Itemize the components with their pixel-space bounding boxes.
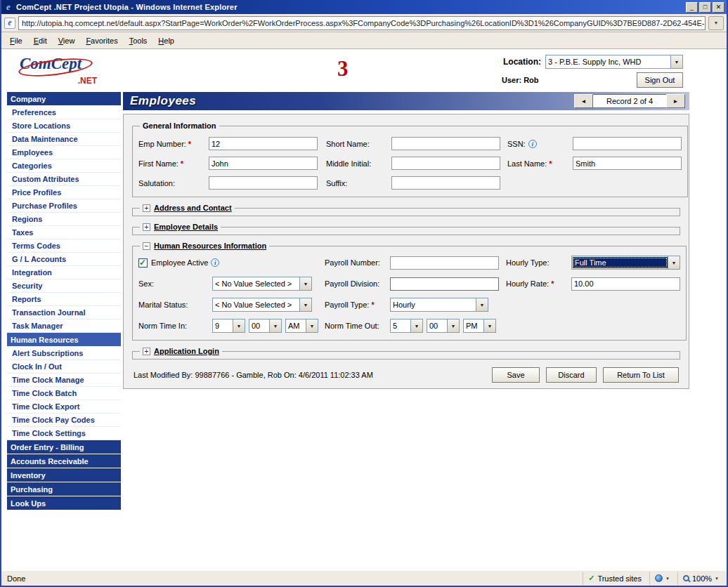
sidebar-section-human-resources[interactable]: Human Resources	[7, 333, 121, 347]
section-label[interactable]: Employee Details	[154, 223, 218, 231]
time-out-ampm-select[interactable]: PM ▼	[463, 319, 496, 333]
sidebar-item-alert-subscriptions[interactable]: Alert Subscriptions	[7, 347, 121, 360]
dropdown-arrow-icon[interactable]: ▼	[306, 319, 318, 332]
sidebar-section-purchasing[interactable]: Purchasing	[7, 482, 121, 496]
menu-help[interactable]: Help	[152, 34, 180, 48]
sidebar-item-data-maintenance[interactable]: Data Maintenance	[7, 133, 121, 146]
sidebar-section-order-entry-billing[interactable]: Order Entry - Billing	[7, 440, 121, 454]
sidebar-item-task-manager[interactable]: Task Manager	[7, 319, 121, 333]
emp-number-input[interactable]	[209, 137, 318, 150]
mode-indicator[interactable]: ▼	[649, 572, 675, 585]
menu-file[interactable]: File	[4, 34, 28, 48]
maximize-button[interactable]: □	[699, 2, 711, 13]
info-icon[interactable]: i	[211, 258, 219, 267]
sex-select[interactable]: < No Value Selected > ▼	[212, 277, 312, 291]
sidebar-item-custom-attributes[interactable]: Custom Attributes	[7, 173, 121, 186]
menu-edit[interactable]: Edit	[28, 34, 53, 48]
suffix-input[interactable]	[391, 176, 500, 190]
sidebar-item-price-profiles[interactable]: Price Profiles	[7, 186, 121, 199]
sidebar-item-time-clock-manage[interactable]: Time Clock Manage	[7, 374, 121, 387]
section-label[interactable]: Application Login	[154, 347, 219, 355]
sidebar-section-inventory[interactable]: Inventory	[7, 468, 121, 482]
dropdown-arrow-icon[interactable]: ▼	[269, 319, 281, 332]
collapse-icon[interactable]: −	[143, 242, 150, 250]
expand-icon[interactable]: +	[143, 204, 150, 212]
first-name-input[interactable]	[209, 157, 318, 170]
sidebar-section-look-ups[interactable]: Look Ups	[7, 496, 121, 510]
sidebar-item-reports[interactable]: Reports	[7, 293, 121, 306]
sidebar-item-clock-in-out[interactable]: Clock In / Out	[7, 360, 121, 374]
url-input[interactable]: http://utopia.hq.comcept.net/default.asp…	[18, 16, 706, 30]
sidebar-item-time-clock-pay-codes[interactable]: Time Clock Pay Codes	[7, 414, 121, 427]
sidebar-item-transaction-journal[interactable]: Transaction Journal	[7, 306, 121, 319]
short-name-input[interactable]	[391, 137, 500, 150]
payroll-division-input[interactable]	[390, 277, 499, 291]
dropdown-arrow-icon[interactable]: ▼	[299, 277, 311, 290]
time-out-hour-select[interactable]: 5 ▼	[390, 319, 423, 333]
sign-out-button[interactable]: Sign Out	[637, 72, 683, 88]
dropdown-arrow-icon[interactable]: ▼	[670, 55, 682, 68]
menu-tools[interactable]: Tools	[124, 34, 153, 48]
save-button[interactable]: Save	[492, 367, 540, 383]
dropdown-arrow-icon[interactable]: ▼	[483, 319, 495, 332]
ssn-input[interactable]	[573, 137, 682, 150]
return-to-list-button[interactable]: Return To List	[603, 367, 679, 383]
sidebar-section-accounts-receivable[interactable]: Accounts Receivable	[7, 454, 121, 468]
section-label[interactable]: Human Resources Information	[154, 242, 266, 250]
next-record-button[interactable]: ►	[666, 94, 685, 108]
sidebar-item-gl-accounts[interactable]: G / L Accounts	[7, 253, 121, 266]
expand-icon[interactable]: +	[143, 223, 150, 231]
sidebar-item-store-locations[interactable]: Store Locations	[7, 119, 121, 133]
dropdown-arrow-icon[interactable]: ▼	[299, 298, 311, 311]
time-in-minute-select[interactable]: 00 ▼	[249, 319, 282, 333]
sidebar-section-company[interactable]: Company	[7, 92, 121, 106]
payroll-type-value: Hourly	[391, 298, 476, 311]
sidebar-item-time-clock-export[interactable]: Time Clock Export	[7, 400, 121, 414]
dropdown-arrow-icon[interactable]: ▼	[410, 319, 422, 332]
hourly-rate-input[interactable]	[571, 277, 680, 291]
dropdown-arrow-icon[interactable]: ▼	[476, 298, 488, 311]
section-label[interactable]: Address and Contact	[154, 204, 232, 212]
close-button[interactable]: ✕	[713, 2, 724, 13]
emp-number-label: Emp Number:*	[138, 140, 209, 148]
previous-record-button[interactable]: ◄	[574, 94, 593, 108]
salutation-label: Salutation:	[138, 179, 209, 187]
security-zone-indicator[interactable]: ✓ Trusted sites	[583, 572, 646, 585]
menu-view[interactable]: View	[53, 34, 81, 48]
dropdown-arrow-icon[interactable]: ▼	[668, 256, 680, 269]
sidebar-item-regions[interactable]: Regions	[7, 213, 121, 226]
sidebar-item-preferences[interactable]: Preferences	[7, 106, 121, 119]
hourly-type-select[interactable]: Full Time ▼	[571, 256, 680, 270]
middle-initial-input[interactable]	[391, 157, 500, 170]
employee-active-checkbox[interactable]: ✓	[138, 258, 148, 268]
sidebar-item-employees[interactable]: Employees	[7, 146, 121, 159]
dropdown-arrow-icon[interactable]: ▼	[447, 319, 459, 332]
sidebar-item-taxes[interactable]: Taxes	[7, 226, 121, 239]
ssn-label: SSN:i	[507, 140, 573, 148]
dropdown-arrow-icon[interactable]: ▼	[233, 319, 245, 332]
sidebar-item-purchase-profiles[interactable]: Purchase Profiles	[7, 199, 121, 213]
location-select[interactable]: 3 - P.B.E. Supply Inc, WHD ▼	[545, 55, 683, 69]
minimize-button[interactable]: _	[686, 2, 698, 13]
sidebar-item-categories[interactable]: Categories	[7, 159, 121, 173]
sidebar-item-security[interactable]: Security	[7, 279, 121, 293]
time-out-minute-select[interactable]: 00 ▼	[427, 319, 460, 333]
menu-favorites[interactable]: Favorites	[80, 34, 123, 48]
address-dropdown-button[interactable]: ▼	[708, 16, 724, 30]
time-in-ampm-select[interactable]: AM ▼	[285, 319, 318, 333]
expand-icon[interactable]: +	[143, 348, 150, 355]
payroll-number-input[interactable]	[390, 256, 499, 270]
zoom-control[interactable]: 100% ▼	[677, 572, 724, 585]
last-name-input[interactable]	[573, 157, 682, 170]
info-icon[interactable]: i	[528, 140, 537, 148]
sidebar-item-integration[interactable]: Integration	[7, 266, 121, 279]
marital-status-select[interactable]: < No Value Selected > ▼	[212, 298, 312, 312]
window-titlebar[interactable]: e ComCept .NET Project Utopia - Windows …	[1, 0, 727, 14]
sidebar-item-time-clock-batch[interactable]: Time Clock Batch	[7, 387, 121, 400]
salutation-input[interactable]	[209, 176, 318, 190]
discard-button[interactable]: Discard	[546, 367, 597, 383]
time-in-hour-select[interactable]: 9 ▼	[212, 319, 245, 333]
sidebar-item-terms-codes[interactable]: Terms Codes	[7, 239, 121, 253]
sidebar-item-time-clock-settings[interactable]: Time Clock Settings	[7, 427, 121, 440]
payroll-type-select[interactable]: Hourly ▼	[390, 298, 488, 312]
